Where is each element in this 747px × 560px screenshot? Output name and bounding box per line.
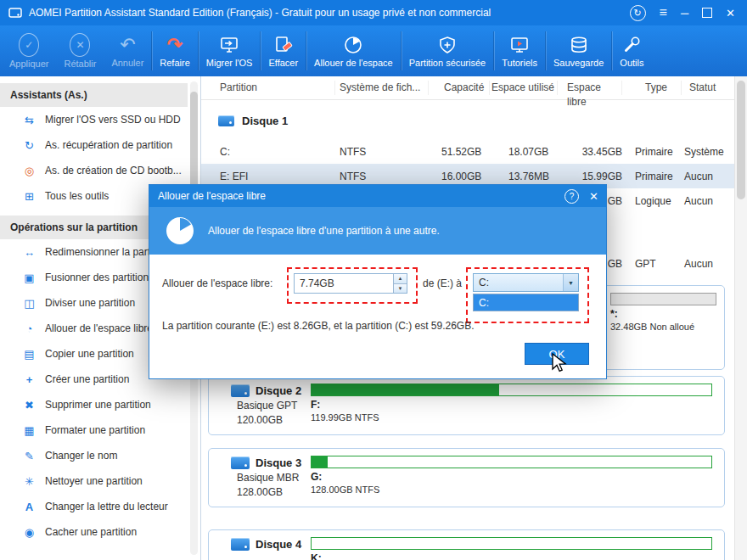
dialog-help-icon[interactable]: ? xyxy=(564,189,579,204)
disk4-info: Disque 4 xyxy=(209,530,311,560)
dialog-subtitle: Allouer de l'espace libre d'une partitio… xyxy=(208,225,440,237)
toolbar-outils-button[interactable]: Outils xyxy=(612,27,651,75)
toolbar-annuler-button[interactable]: ↶ Annuler xyxy=(104,27,151,75)
disk4-partition-k[interactable]: K: xyxy=(311,530,724,560)
cell-capacity: 16.00GB xyxy=(429,171,490,182)
disk3-partition-g[interactable]: G: 128.00GB NTFS xyxy=(311,449,724,507)
drive-letter-icon: A xyxy=(23,501,36,513)
partition-info: 128.00GB NTFS xyxy=(311,484,712,495)
sidebar-item-formater[interactable]: ▦ Formater une partition xyxy=(0,417,188,443)
sidebar-item-label: Supprimer une partition xyxy=(45,399,151,411)
toolbar-allouer-espace-button[interactable]: Allouer de l'espace xyxy=(306,27,401,75)
sidebar-item-cacher[interactable]: ◉ Cacher une partition xyxy=(0,519,188,545)
sidebar-item-label: Diviser une partition xyxy=(45,297,135,309)
toolbar-effacer-button[interactable]: Effacer xyxy=(261,27,306,75)
table-row-c[interactable]: C: NTFS 51.52GB 18.07GB 33.45GB Primaire… xyxy=(201,139,734,164)
sidebar-item-migrer-os[interactable]: ⇆ Migrer l'OS vers SSD ou HDD xyxy=(0,107,188,132)
dialog-titlebar: Allouer de l'espace libre ? ✕ xyxy=(149,185,606,207)
resize-icon: ↔ xyxy=(23,246,36,259)
col-type[interactable]: Type xyxy=(622,81,682,95)
toolbar-label: Allouer de l'espace xyxy=(314,58,393,68)
redo-icon: ↷ xyxy=(167,34,183,56)
sidebar-item-recuperation-partition[interactable]: ↻ As. récupération de partition xyxy=(0,132,188,158)
titlebar: AOMEI Partition Assistant Standard Editi… xyxy=(0,0,747,25)
discard-cross-icon: ✕ xyxy=(70,33,90,57)
col-status[interactable]: Statut xyxy=(682,81,734,95)
col-capacity[interactable]: Capacité xyxy=(429,81,490,95)
mouse-cursor xyxy=(550,353,569,375)
disk-icon xyxy=(231,456,250,469)
toolbar-partition-securisee-button[interactable]: Partition sécurisée xyxy=(402,27,494,75)
disk3-info: Disque 3 Basique MBR 128.00GB xyxy=(209,449,311,507)
partition-info: 32.48GB Non alloué xyxy=(610,322,716,332)
disk2-usage-strip[interactable] xyxy=(311,384,712,396)
window-title: AOMEI Partition Assistant Standard Editi… xyxy=(29,7,491,19)
col-filesystem[interactable]: Système de fich... xyxy=(335,81,429,95)
toolbar-migrer-os-button[interactable]: Migrer l'OS xyxy=(199,27,261,75)
target-partition-label: de (E:) à xyxy=(423,277,462,289)
cross-glyph: ✕ xyxy=(76,39,84,51)
sidebar-item-cd-bootable[interactable]: ◎ As. de création de CD bootb... xyxy=(0,158,188,183)
refresh-icon[interactable]: ↻ xyxy=(630,5,646,21)
dialog-close-icon[interactable]: ✕ xyxy=(589,190,598,203)
sidebar-item-label: Cacher une partition xyxy=(45,526,137,538)
sidebar-item-label: Créer une partition xyxy=(45,373,129,385)
sidebar-item-changer-nom[interactable]: ✎ Changer le nom xyxy=(0,443,188,468)
disk1-group-label: Disque 1 xyxy=(242,115,288,127)
col-partition[interactable]: Partition xyxy=(201,81,335,95)
disk4-card[interactable]: Disque 4 K: xyxy=(208,529,725,560)
bootable-cd-icon: ◎ xyxy=(23,165,36,177)
disk3-card[interactable]: Disque 3 Basique MBR 128.00GB G: 128.00G… xyxy=(208,448,725,507)
table-header: Partition Système de fich... Capacité Es… xyxy=(201,76,734,100)
maximize-icon[interactable] xyxy=(702,8,712,18)
disk1-unallocated-strip[interactable] xyxy=(610,293,716,305)
toolbar-retablir-button[interactable]: ✕ Rétablir xyxy=(56,27,104,75)
disk2-partition-f[interactable]: F: 119.99GB NTFS xyxy=(311,377,724,434)
wipe-icon xyxy=(273,34,294,56)
col-used-space[interactable]: Espace utilisé xyxy=(490,81,558,95)
toolbar-sauvegarde-button[interactable]: Sauvegarde xyxy=(546,27,611,75)
cell-partition: E: EFI xyxy=(201,171,335,182)
cell-filesystem: NTFS xyxy=(335,171,429,182)
sidebar-item-changer-lettre[interactable]: A Changer la lettre du lecteur xyxy=(0,494,188,519)
disk1-group-row[interactable]: Disque 1 xyxy=(201,102,734,139)
cell-type: Primaire xyxy=(622,146,682,158)
check-glyph: ✓ xyxy=(25,39,33,51)
disk2-type: Basique GPT xyxy=(237,400,311,412)
toolbar-refaire-button[interactable]: ↷ Refaire xyxy=(152,27,197,75)
sidebar-item-nettoyer[interactable]: ✳ Nettoyer une partition xyxy=(0,468,188,494)
main-scrollbar[interactable] xyxy=(734,76,747,560)
toolbar-label: Outils xyxy=(620,58,643,68)
main-scrollbar-thumb[interactable] xyxy=(737,81,745,199)
cell-status: Aucun xyxy=(682,195,734,207)
disk4-usage-strip[interactable] xyxy=(311,537,712,550)
all-tools-grid-icon: ⊞ xyxy=(23,190,36,203)
sidebar-item-supprimer[interactable]: ✖ Supprimer une partition xyxy=(0,392,188,417)
disk-icon xyxy=(218,115,234,126)
disk2-card[interactable]: Disque 2 Basique GPT 120.00GB F: 119.99G… xyxy=(208,376,725,435)
sidebar-item-label: Changer la lettre du lecteur xyxy=(45,501,168,512)
toolbar-label: Appliquer xyxy=(9,59,48,69)
toolbar-tutoriels-button[interactable]: Tutoriels xyxy=(494,27,545,75)
toolbar-appliquer-button[interactable]: ✓ Appliquer xyxy=(2,27,56,75)
redo-glyph: ↷ xyxy=(167,36,183,54)
cell-type: Logique xyxy=(622,195,682,207)
undo-glyph: ↶ xyxy=(120,36,135,54)
cell-capacity: 51.52GB xyxy=(429,146,490,158)
sidebar-item-label: Changer le nom xyxy=(45,450,117,462)
disk3-usage-strip[interactable] xyxy=(311,456,712,468)
cell-used: 18.07GB xyxy=(490,146,558,158)
undo-icon: ↶ xyxy=(120,34,135,56)
close-glyph: ✕ xyxy=(589,190,598,203)
cell-partition: C: xyxy=(201,146,335,158)
minimize-icon[interactable]: ─ xyxy=(681,8,688,19)
toolbar: ✓ Appliquer ✕ Rétablir ↶ Annuler ↷ Refai… xyxy=(0,25,747,76)
menu-icon[interactable]: ≡ xyxy=(660,6,667,20)
allocate-clock-icon xyxy=(165,216,195,246)
toolbar-label: Effacer xyxy=(268,58,298,68)
close-icon[interactable]: ✕ xyxy=(726,8,735,19)
col-free-space[interactable]: Espace libre xyxy=(558,81,622,95)
disk1-unallocated-block[interactable]: *: 32.48GB Non alloué xyxy=(610,293,716,332)
clean-icon: ✳ xyxy=(23,475,36,488)
create-plus-icon: + xyxy=(23,373,36,386)
